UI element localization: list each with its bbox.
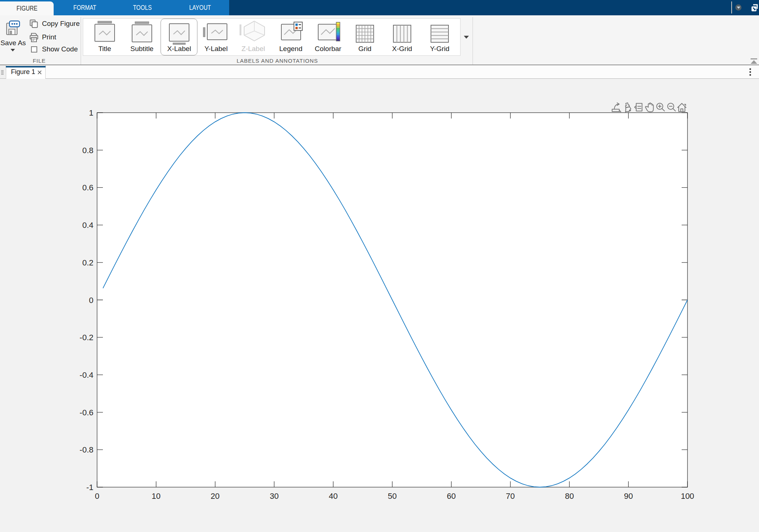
svg-text:-0.8: -0.8 [80,445,93,454]
svg-text:80: 80 [565,492,574,501]
svg-text:90: 90 [624,492,633,501]
svg-text:30: 30 [270,492,278,501]
svg-text:-0.4: -0.4 [80,370,93,380]
svg-text:40: 40 [329,492,338,501]
svg-text:20: 20 [211,492,219,501]
svg-text:1: 1 [89,108,93,117]
svg-text:0.8: 0.8 [82,146,93,155]
svg-text:0: 0 [95,492,99,501]
svg-text:-1: -1 [86,483,93,492]
svg-text:50: 50 [388,492,397,501]
svg-text:-0.6: -0.6 [80,408,93,417]
svg-text:100: 100 [681,492,694,501]
svg-text:-0.2: -0.2 [80,333,93,342]
svg-text:0.2: 0.2 [82,258,93,267]
svg-text:0.6: 0.6 [82,183,93,192]
svg-text:10: 10 [152,492,161,501]
svg-text:60: 60 [447,492,456,501]
svg-text:70: 70 [506,492,515,501]
svg-text:0.4: 0.4 [82,221,93,230]
svg-text:0: 0 [89,296,93,305]
